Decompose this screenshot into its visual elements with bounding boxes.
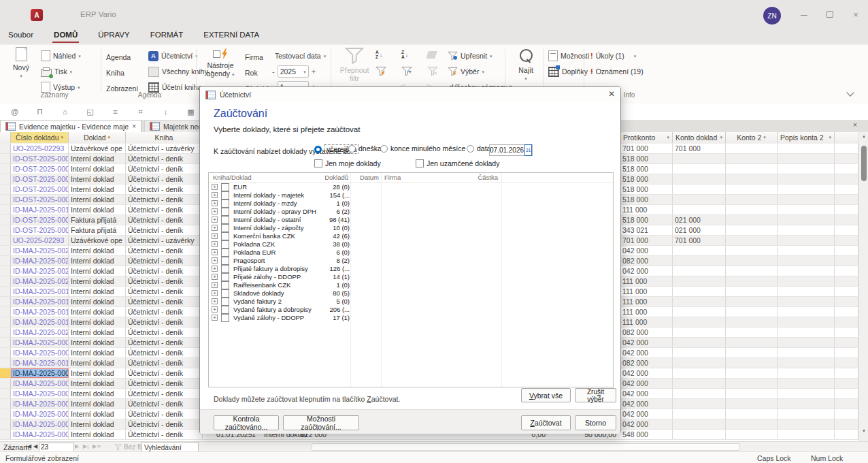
sort-az-button[interactable]: AZ↓ — [375, 50, 390, 59]
window-icon[interactable]: ◱ — [85, 108, 95, 116]
scroll-up-icon[interactable]: ▲ — [859, 134, 868, 138]
new-record-nav-button[interactable]: ▶∗ — [93, 443, 101, 449]
checkbox-icon[interactable] — [416, 159, 424, 167]
date-field[interactable]: 07.01.2026 31 — [489, 144, 533, 156]
radio-icon[interactable] — [348, 145, 356, 153]
expand-icon[interactable]: + — [212, 274, 218, 280]
expand-icon[interactable]: + — [212, 257, 218, 264]
tree-node[interactable]: +Interní doklady - opravy DPH6 (2) — [209, 208, 613, 216]
tree-node[interactable]: +Interní doklady - mzdy1 (0) — [209, 199, 613, 208]
expand-icon[interactable]: + — [212, 241, 218, 247]
home-icon[interactable]: ⌂ — [60, 108, 70, 116]
firma-select[interactable]: Testovací data▾ — [275, 49, 326, 63]
tree-node[interactable]: +Pokladna CZK38 (0) — [209, 240, 613, 249]
posting-options-button[interactable]: Možnosti zaúčtování... — [283, 415, 359, 430]
book-checkbox[interactable] — [221, 183, 229, 191]
expand-icon[interactable]: + — [212, 184, 218, 190]
book-checkbox[interactable] — [221, 249, 229, 257]
radio-icon[interactable] — [314, 146, 322, 153]
check-posted-button[interactable]: Kontrola zaúčtováno... — [214, 415, 279, 430]
expand-icon[interactable]: + — [212, 282, 218, 288]
book-checkbox[interactable] — [221, 289, 229, 298]
expand-icon[interactable]: + — [212, 249, 218, 255]
tree-node[interactable]: +Pragosport8 (2) — [209, 257, 613, 265]
post-button[interactable]: Zaúčtovat — [521, 415, 571, 430]
new-record-button[interactable]: Nový▾ — [5, 47, 37, 98]
abacus-icon[interactable]: ≡ — [110, 108, 120, 116]
checkbox-icon[interactable] — [314, 159, 322, 167]
expand-icon[interactable]: + — [212, 217, 218, 223]
expand-icon[interactable]: + — [212, 200, 218, 206]
expand-icon[interactable]: + — [212, 233, 218, 239]
dialog-titlebar[interactable]: Účetnictví — [200, 87, 620, 102]
tree-node[interactable]: +Interní doklady - majetek154 (... — [209, 191, 613, 199]
notifications-button[interactable]: !Oznámení (19) — [590, 65, 644, 78]
tree-node[interactable]: +Vydané zálohy - DDOPP17 (1) — [209, 314, 613, 322]
checkbox-option-1[interactable]: Jen moje doklady — [314, 159, 381, 167]
expand-icon[interactable]: + — [212, 306, 218, 313]
tasks-button[interactable]: !Úkoly (1)▾ — [590, 49, 644, 63]
rok-spinner[interactable]: - 2025▾ + — [272, 65, 316, 78]
select-all-button[interactable]: Vybrat vše — [521, 388, 571, 402]
filter-selection-icon[interactable] — [375, 66, 386, 76]
import-icon[interactable]: ↓ — [161, 108, 171, 116]
horizontal-scrollbar-thumb[interactable] — [312, 443, 740, 451]
book-checkbox[interactable] — [221, 232, 229, 240]
prev-record-button[interactable]: ◀ — [33, 443, 37, 449]
close-button[interactable]: × — [849, 10, 863, 20]
print-button[interactable]: Tisk▾ — [41, 65, 81, 78]
expand-icon[interactable]: + — [212, 225, 218, 231]
user-avatar[interactable]: ZN — [763, 7, 781, 25]
collapse-ribbon-icon[interactable] — [848, 89, 853, 97]
expand-icon[interactable]: + — [212, 298, 218, 304]
building-icon[interactable]: ▦ — [186, 108, 196, 116]
clear-sort-icon[interactable] — [426, 51, 437, 59]
dialog-close-icon[interactable]: ✕ — [608, 89, 615, 99]
calendar-icon[interactable]: 31 — [524, 144, 532, 156]
radio-option-2[interactable]: dneška — [348, 144, 382, 153]
book-checkbox[interactable] — [221, 216, 229, 224]
first-record-button[interactable]: |◀ — [26, 443, 31, 449]
book-checkbox[interactable] — [221, 257, 229, 265]
book-checkbox[interactable] — [221, 240, 229, 249]
tree-node[interactable]: +EUR28 (0) — [209, 183, 613, 191]
expand-icon[interactable]: + — [212, 315, 218, 321]
record-number-input[interactable]: 23 — [39, 443, 74, 452]
expand-icon[interactable]: + — [212, 290, 218, 296]
tabbar-close-icon[interactable]: × — [853, 121, 857, 129]
book-checkbox[interactable] — [221, 281, 229, 289]
tree-node[interactable]: +Vydané faktury 25 (0) — [209, 298, 613, 306]
tree-node[interactable]: +Přijaté faktury a dobropisy126 (... — [209, 265, 613, 273]
cancel-button[interactable]: Storno — [575, 415, 616, 430]
book-checkbox[interactable] — [221, 224, 229, 232]
tree-node[interactable]: +Skladové doklady80 (5) — [209, 289, 613, 298]
book-checkbox[interactable] — [221, 298, 229, 306]
checkbox-option-2[interactable]: Jen uzamčené doklady — [416, 159, 499, 167]
radio-icon[interactable] — [467, 145, 474, 153]
expand-icon[interactable]: + — [212, 208, 218, 214]
menu-úpravy[interactable]: ÚPRAVY — [97, 29, 131, 42]
bank-icon[interactable]: Π — [35, 108, 45, 116]
book-checkbox[interactable] — [221, 306, 229, 314]
radio-icon[interactable] — [380, 145, 388, 153]
book-checkbox[interactable] — [221, 314, 229, 322]
date-value[interactable]: 07.01.2026 — [490, 146, 524, 154]
selection-button[interactable]: Výběr▾ — [448, 65, 519, 78]
filter-apply-icon[interactable] — [401, 66, 412, 76]
tree-node[interactable]: +Komerční banka CZK42 (6) — [209, 232, 613, 240]
book-checkbox[interactable] — [221, 191, 229, 199]
tree-node[interactable]: +Raiffeisenbank CZK1 (0) — [209, 281, 613, 289]
minimize-button[interactable] — [797, 10, 811, 20]
menu-soubor[interactable]: Soubor — [7, 29, 35, 42]
vertical-scrollbar[interactable]: ▲ ▼ — [858, 132, 868, 441]
vertical-scrollbar-thumb[interactable] — [861, 146, 867, 181]
book-checkbox[interactable] — [221, 273, 229, 281]
last-record-button[interactable]: ▶| — [83, 443, 88, 449]
tree-node[interactable]: +Vydané faktury a dobropisy206 (... — [209, 306, 613, 314]
tab-close-icon[interactable]: × — [132, 123, 136, 130]
menu-externí data[interactable]: EXTERNÍ DATA — [202, 29, 261, 42]
tree-node[interactable]: +Pokladna EUR6 (0) — [209, 249, 613, 257]
tree-node[interactable]: +Interní doklady - zápočty10 (0) — [209, 224, 613, 232]
book-checkbox[interactable] — [221, 265, 229, 273]
book-checkbox[interactable] — [221, 199, 229, 208]
